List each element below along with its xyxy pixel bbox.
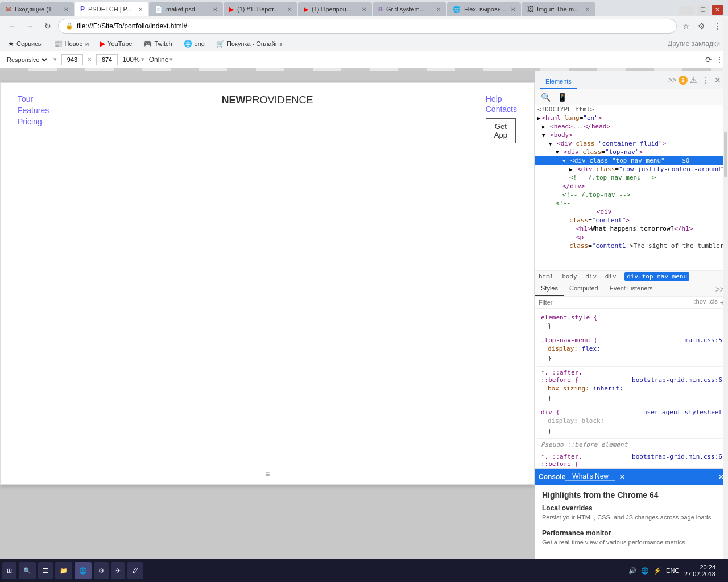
box-sizing-prop[interactable]: box-sizing: inherit; bbox=[541, 384, 722, 394]
nav-link-contacts[interactable]: Contacts bbox=[486, 105, 517, 114]
bookmark-servisy[interactable]: ★ Сервисы bbox=[5, 39, 46, 49]
bookmark-youtube[interactable]: ▶ YouTube bbox=[97, 39, 135, 49]
search-button[interactable]: 🔍 bbox=[19, 562, 36, 579]
bookmark-novosti[interactable]: 📰 Новости bbox=[51, 39, 93, 49]
pseudo-rule-header[interactable]: *, ::after,::before { bootstrap-grid.min… bbox=[541, 453, 722, 468]
browser-taskbar-btn[interactable]: 🌐 bbox=[75, 562, 92, 579]
tab-close-flex[interactable]: ✕ bbox=[511, 6, 515, 13]
add-rule-btn[interactable]: + bbox=[720, 298, 725, 307]
body-triangle[interactable]: ▼ bbox=[542, 132, 545, 138]
devtools-close-icon[interactable]: ✕ bbox=[712, 76, 723, 85]
tree-top-nav-menu[interactable]: ▼ <div class="top-nav-menu" == $0 bbox=[535, 156, 723, 165]
breadcrumb-div-2[interactable]: div bbox=[605, 273, 617, 280]
div-rule-header[interactable]: div { user agent stylesheet bbox=[541, 409, 722, 416]
head-triangle[interactable]: ▶ bbox=[542, 124, 545, 130]
html-triangle[interactable]: ▶ bbox=[537, 115, 540, 121]
file-explorer-button[interactable]: 📁 bbox=[55, 562, 72, 579]
tree-p-class[interactable]: class="content1">The sight of the tumble… bbox=[535, 242, 723, 250]
back-button[interactable]: ← bbox=[5, 19, 19, 33]
star-rule-header[interactable]: *, ::after,::before { bootstrap-grid.min… bbox=[541, 369, 722, 384]
tree-scrollbar-thumb[interactable] bbox=[724, 128, 727, 156]
rotate-icon[interactable]: ⟳ bbox=[705, 55, 712, 64]
tab-close-bootstrap[interactable]: ✕ bbox=[436, 6, 441, 13]
devtools-tab-elements[interactable]: Elements bbox=[540, 74, 577, 89]
devtools-more-tabs-icon[interactable]: >> bbox=[666, 76, 679, 84]
address-bar[interactable]: 🔒 bbox=[58, 19, 677, 34]
tree-html[interactable]: ▶<html lang="en"> bbox=[535, 114, 723, 122]
breadcrumb-top-nav-menu[interactable]: div.top-nav-menu bbox=[624, 272, 689, 281]
devtools-menu-icon[interactable]: ⋮ bbox=[700, 76, 712, 85]
top-nav-triangle[interactable]: ▼ bbox=[556, 149, 559, 155]
tree-doctype[interactable]: <!DOCTYPE html> bbox=[535, 105, 723, 114]
width-input[interactable] bbox=[61, 54, 83, 65]
tree-class-content[interactable]: class="content"> bbox=[535, 216, 723, 225]
telegram-taskbar-btn[interactable]: ✈ bbox=[111, 562, 125, 579]
device-toggle-btn[interactable]: 📱 bbox=[555, 92, 569, 103]
tree-comment-2[interactable]: <!-- /.top-nav --> bbox=[535, 190, 723, 199]
top-nav-menu-source[interactable]: main.css:5 bbox=[685, 336, 722, 344]
element-style-selector[interactable]: element.style { bbox=[541, 314, 722, 321]
nav-link-features[interactable]: Features bbox=[18, 106, 49, 115]
reload-button[interactable]: ↻ bbox=[41, 19, 55, 33]
tab-close-youtube2[interactable]: ✕ bbox=[362, 6, 366, 13]
settings-icon[interactable]: ⋮ bbox=[715, 55, 723, 64]
tab-maket[interactable]: 📄 maket.psd ✕ bbox=[149, 2, 223, 16]
whats-new-tab[interactable]: What's New bbox=[565, 472, 615, 481]
task-view-button[interactable]: ☰ bbox=[38, 562, 53, 579]
whats-new-close-btn[interactable]: ✕ bbox=[615, 472, 629, 481]
address-input[interactable] bbox=[77, 22, 669, 30]
nav-link-help[interactable]: Help bbox=[486, 94, 517, 103]
start-button[interactable]: ⊞ bbox=[2, 562, 16, 579]
tab-close-gmail[interactable]: ✕ bbox=[64, 6, 68, 13]
container-triangle[interactable]: ▼ bbox=[549, 141, 552, 147]
tree-comment-1[interactable]: <!-- /.top-nav-menu --> bbox=[535, 173, 723, 182]
tree-container-fluid[interactable]: ▼ <div class="container-fluid"> bbox=[535, 139, 723, 148]
top-nav-menu-display-prop[interactable]: display: flex; bbox=[541, 344, 722, 354]
pseudo-source[interactable]: bootstrap-grid.min.css:6 bbox=[632, 453, 722, 468]
tab-psdetch[interactable]: P PSDETCH | P... ✕ bbox=[75, 2, 148, 16]
forward-button[interactable]: → bbox=[23, 19, 38, 33]
tab-youtube1[interactable]: ▶ (1) #1. Верст... ✕ bbox=[224, 2, 297, 16]
nav-link-pricing[interactable]: Pricing bbox=[18, 117, 49, 126]
tree-scrollbar[interactable] bbox=[723, 105, 728, 270]
inspect-element-btn[interactable]: 🔍 bbox=[539, 92, 553, 103]
extension-icon[interactable]: ⚙ bbox=[696, 19, 708, 33]
bookmark-pokupka[interactable]: 🛒 Покупка - Онлайн п bbox=[213, 39, 287, 49]
tree-close-div-1[interactable]: </div> bbox=[535, 182, 723, 190]
bookmark-twitch[interactable]: 🎮 Twitch bbox=[140, 39, 175, 49]
tree-div-content[interactable]: <div bbox=[535, 207, 723, 216]
breadcrumb-html[interactable]: html bbox=[539, 273, 554, 280]
maximize-btn[interactable]: ☐ bbox=[697, 5, 709, 15]
styles-tab-computed[interactable]: Computed bbox=[564, 282, 604, 296]
tree-body[interactable]: ▼ <body> bbox=[535, 131, 723, 139]
close-btn[interactable]: ✕ bbox=[712, 5, 723, 15]
tree-p-tag[interactable]: <p bbox=[535, 233, 723, 242]
bookmark-star-icon[interactable]: ☆ bbox=[680, 19, 692, 33]
tab-close-psdetch[interactable]: ✕ bbox=[138, 6, 143, 13]
breadcrumb-body[interactable]: body bbox=[562, 273, 577, 280]
settings-taskbar-btn[interactable]: ⚙ bbox=[94, 562, 109, 579]
tree-row[interactable]: ▶ <div class="row justify-content-around… bbox=[535, 165, 723, 173]
responsive-select[interactable]: Responsive bbox=[5, 56, 49, 64]
tab-gmail[interactable]: ✉ Входящие (1 ✕ bbox=[0, 2, 74, 16]
tab-flex[interactable]: 🌐 Flex, выровн... ✕ bbox=[447, 2, 521, 16]
minimize-btn[interactable]: — bbox=[679, 6, 694, 15]
star-source[interactable]: bootstrap-grid.min.css:6 bbox=[632, 376, 722, 384]
filter-input[interactable] bbox=[539, 299, 691, 306]
tab-youtube2[interactable]: ▶ (1) Препроц... ✕ bbox=[298, 2, 372, 16]
top-nav-menu-triangle[interactable]: ▼ bbox=[562, 158, 565, 164]
hover-pseudo-btn[interactable]: :hov bbox=[694, 298, 706, 307]
console-tab-label[interactable]: Console bbox=[539, 473, 565, 481]
tree-h1[interactable]: <h1>What happens tomorrow?</h1> bbox=[535, 225, 723, 233]
styles-tab-styles[interactable]: Styles bbox=[535, 282, 564, 296]
tab-close-maket[interactable]: ✕ bbox=[213, 6, 217, 13]
get-app-button[interactable]: Get App bbox=[486, 118, 516, 143]
tab-imgur[interactable]: 🖼 Imgur: The m... ✕ bbox=[522, 2, 595, 16]
other-bookmarks[interactable]: Другие закладки bbox=[664, 39, 723, 49]
tree-comment-3[interactable]: <!-- bbox=[535, 199, 723, 207]
row-triangle[interactable]: ▶ bbox=[569, 167, 572, 172]
height-input[interactable] bbox=[96, 54, 118, 65]
console-close-btn[interactable]: ✕ bbox=[718, 472, 725, 481]
breadcrumb-div-1[interactable]: div bbox=[585, 273, 597, 280]
bookmark-eng[interactable]: 🌐 eng bbox=[180, 39, 208, 49]
